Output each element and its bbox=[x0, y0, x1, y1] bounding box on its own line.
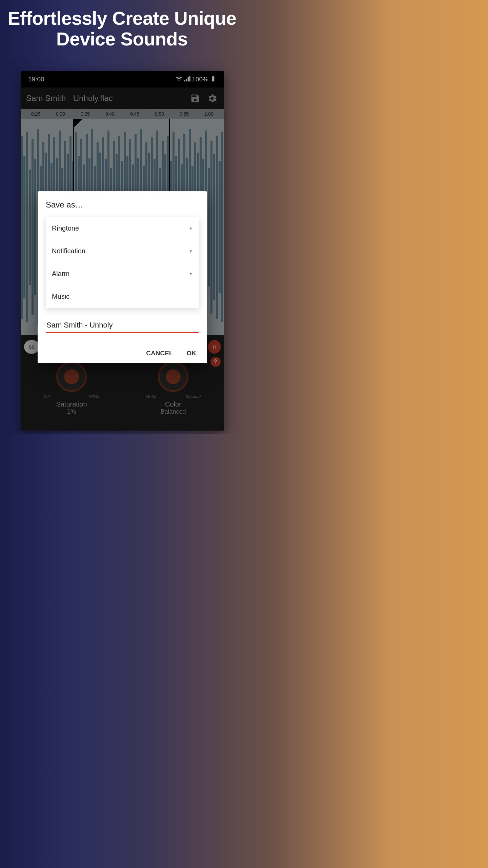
option-label: Notification bbox=[52, 247, 85, 255]
filename-input[interactable] bbox=[46, 318, 199, 333]
dropdown-option-alarm[interactable]: Alarm ▼ bbox=[46, 262, 199, 285]
dropdown-option-notification[interactable]: Notification ▼ bbox=[46, 240, 199, 262]
dropdown-option-ringtone[interactable]: Ringtone ▼ bbox=[46, 217, 199, 240]
dropdown-option-music[interactable]: Music bbox=[46, 285, 199, 308]
promo-headline: Effortlessly Create Unique Device Sounds bbox=[0, 0, 244, 56]
chevron-down-icon: ▼ bbox=[189, 249, 193, 254]
cancel-button[interactable]: CANCEL bbox=[146, 350, 173, 357]
chevron-down-icon: ▼ bbox=[189, 272, 193, 276]
ok-button[interactable]: OK bbox=[187, 350, 197, 357]
phone-frame: 19:00 100% Sam Smith - Unholy.flac 0:25 … bbox=[21, 71, 224, 431]
save-as-dialog: Save as… Ringtone ▼ Notification ▼ Alarm… bbox=[38, 191, 207, 363]
dialog-title: Save as… bbox=[46, 200, 199, 210]
chevron-down-icon: ▼ bbox=[189, 226, 193, 231]
option-label: Music bbox=[52, 293, 69, 300]
save-type-dropdown[interactable]: Ringtone ▼ Notification ▼ Alarm ▼ Music bbox=[46, 217, 199, 308]
option-label: Alarm bbox=[52, 270, 69, 278]
option-label: Ringtone bbox=[52, 224, 79, 232]
